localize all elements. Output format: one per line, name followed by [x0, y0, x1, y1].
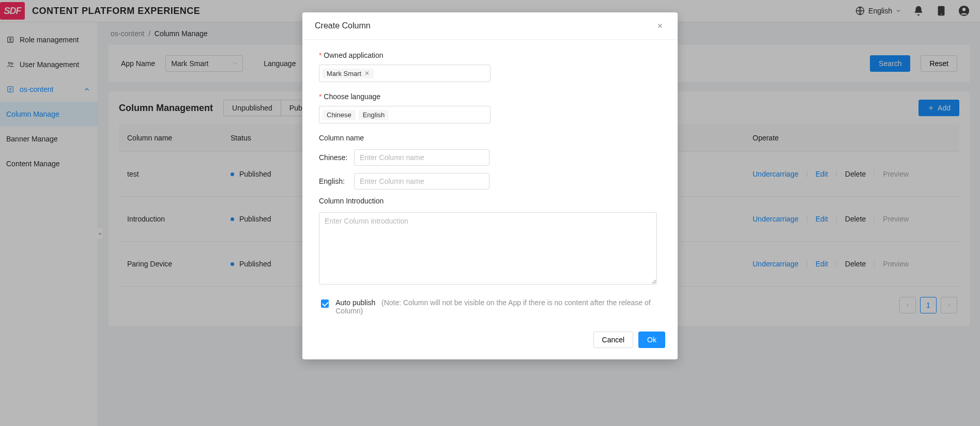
- choose-language-label: Choose language: [319, 92, 661, 101]
- column-intro-label: Column Introduction: [319, 197, 661, 205]
- tag-label: Chinese: [327, 111, 351, 119]
- column-name-english-label: English:: [319, 177, 348, 185]
- column-name-section-label: Column name: [319, 134, 661, 142]
- auto-publish-label: Auto publish: [335, 298, 375, 307]
- language-tag-english: English: [359, 110, 389, 120]
- choose-language-input[interactable]: Chinese English: [319, 106, 491, 123]
- column-name-chinese-label: Chinese:: [319, 153, 348, 162]
- language-tag-chinese: Chinese: [323, 110, 356, 120]
- close-icon: [656, 22, 664, 29]
- column-name-english-input[interactable]: [354, 173, 489, 190]
- ok-button[interactable]: Ok: [638, 332, 665, 348]
- auto-publish-checkbox[interactable]: [321, 299, 329, 308]
- cancel-button[interactable]: Cancel: [593, 332, 634, 348]
- tag-remove-icon[interactable]: ✕: [364, 70, 370, 77]
- tag-label: Mark Smart: [327, 70, 361, 77]
- modal-close-button[interactable]: [655, 21, 665, 31]
- owned-application-label: Owned application: [319, 51, 661, 59]
- column-name-chinese-input[interactable]: [354, 149, 489, 166]
- owned-application-input[interactable]: Mark Smart ✕: [319, 65, 491, 82]
- create-column-modal: Create Column Owned application Mark Sma…: [302, 12, 678, 359]
- owned-application-tag: Mark Smart ✕: [323, 69, 374, 78]
- modal-title: Create Column: [315, 21, 371, 30]
- auto-publish-note: (Note: Column will not be visible on the…: [335, 298, 650, 315]
- column-intro-textarea[interactable]: [319, 212, 657, 285]
- tag-label: English: [363, 111, 385, 119]
